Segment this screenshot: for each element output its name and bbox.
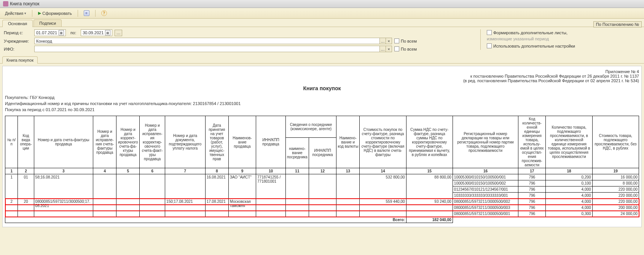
cell: 0,300 xyxy=(546,211,592,217)
actions-label: Действия xyxy=(5,11,23,16)
decree-dropdown[interactable]: По Постановлению № xyxy=(593,21,642,27)
org-all-checkbox[interactable]: По всем xyxy=(394,38,417,43)
play-icon: ▶ xyxy=(38,11,41,16)
calendar-icon[interactable]: ▦ xyxy=(105,30,110,35)
period-to-value: 30.09.2021 xyxy=(83,30,104,35)
th-19: Стоимость товара, подлежащего прослежива… xyxy=(592,116,639,168)
colnum-cell: 6 xyxy=(140,168,165,174)
cell: ЗАО "АИСТ" xyxy=(228,174,256,199)
use-extra-checkbox[interactable]: Использовать дополнительные настройки xyxy=(487,43,575,48)
colnum-cell: 15 xyxy=(406,168,453,174)
cell xyxy=(93,199,116,217)
period-from-input[interactable]: 01.07.2021 ▦ xyxy=(34,29,66,36)
cell: 16 000,00 xyxy=(592,174,639,180)
th-14: Стоимость покупок по счету-фактуре, разн… xyxy=(360,116,406,168)
report-title: Книга покупок xyxy=(5,85,639,91)
help-icon: ? xyxy=(101,10,107,16)
total-vat: 182 040,00 xyxy=(406,217,453,223)
ifo-clear-button[interactable]: × xyxy=(386,46,392,52)
report-period: Покупка за период с 01.07.2021 по 30.09.… xyxy=(5,107,639,112)
colnum-cell: 11 xyxy=(285,168,309,174)
cell: 8 000,00 xyxy=(592,180,639,186)
actions-menu[interactable]: Действия ▾ xyxy=(2,10,29,17)
purchase-book-table: № п/п Код вида опера­ции Номер и дата сч… xyxy=(5,116,639,223)
colnum-cell: 2 xyxy=(18,168,34,174)
cell: 796 xyxy=(518,174,546,180)
th-5: Номер и дата коррект­ировоч­ного счета-ф… xyxy=(116,116,140,168)
table-row[interactable]: 10158;16.08.202116.08.2021ЗАО "АИСТ"7718… xyxy=(5,174,639,180)
report-inn: Идентификационный номер и код причины по… xyxy=(5,101,639,106)
period-label: Период с: xyxy=(4,30,32,35)
cell xyxy=(93,174,116,199)
th-10: ИНН/КПП продавца xyxy=(256,116,286,168)
period-to-input[interactable]: 30.09.2021 ▦ xyxy=(81,29,112,36)
colnum-cell: 4 xyxy=(93,168,116,174)
colnum-cell: 12 xyxy=(309,168,336,174)
cell: 10005300/010150/100500/001 xyxy=(453,174,518,180)
cell: 150;17.08.2021 xyxy=(165,199,206,217)
ifo-picker-button[interactable]: … xyxy=(380,46,386,52)
cell: 559 440,00 xyxy=(360,199,406,217)
help-button[interactable]: ? xyxy=(99,9,110,17)
annex-line3: (в ред. постановления Правительства Росс… xyxy=(5,78,639,83)
cell: Московская таможня xyxy=(228,199,256,217)
cell: 01 xyxy=(18,174,34,199)
cell: 1 xyxy=(5,174,18,199)
cell: 532 800,00 xyxy=(360,174,406,199)
ifo-all-checkbox[interactable]: По всем xyxy=(394,46,417,51)
inner-tabs: Книга покупок xyxy=(0,56,644,64)
th-6: Номер и дата исправлен­ия корректир­овоч… xyxy=(140,116,165,168)
calendar-icon[interactable]: ▦ xyxy=(59,30,64,35)
th-11g: Сведения о посреднике (комиссионере, аге… xyxy=(285,116,336,138)
org-input[interactable]: Конкорд xyxy=(34,38,380,44)
separator xyxy=(78,10,78,17)
org-label: Учреждение: xyxy=(4,39,32,43)
total-label: Всего: xyxy=(5,217,406,223)
colnum-cell: 8 xyxy=(205,168,228,174)
org-clear-button[interactable]: × xyxy=(386,38,392,44)
tab-main[interactable]: Основная xyxy=(2,20,33,27)
main-tabs: Основная Подписи xyxy=(0,19,644,27)
ifo-input[interactable] xyxy=(34,46,380,52)
cell: 17.08.2021 xyxy=(205,199,228,217)
cell: 10333333/333333/3333333/001 xyxy=(453,193,518,199)
period-from-value: 01.07.2021 xyxy=(36,30,57,35)
separator xyxy=(32,10,32,17)
ifo-all-label: По всем xyxy=(401,47,417,51)
cell: 796 xyxy=(518,199,546,205)
cell: 4,000 xyxy=(546,193,592,199)
cell: 796 xyxy=(518,193,546,199)
cell: 20 xyxy=(18,199,34,217)
table-row[interactable]: 22008000851/5973211/3000500;17.08.202115… xyxy=(5,199,639,205)
report-buyer: Покупатель: ГБУ Конкорд xyxy=(5,95,639,100)
org-value: Конкорд xyxy=(36,39,52,43)
th-9: Наименов­ание продавца xyxy=(228,116,256,168)
period-picker-button[interactable]: … xyxy=(115,30,122,36)
th-8: Дата принятия на учет товаров (работ, ус… xyxy=(205,116,228,168)
settings-tool-button[interactable]: ≡ xyxy=(81,9,92,17)
report-area: Приложение № 4 к постановлению Правитель… xyxy=(2,66,642,227)
annex-line1: Приложение № 4 xyxy=(5,69,639,74)
colnum-cell: 18 xyxy=(546,168,592,174)
cell: 4,000 xyxy=(546,205,592,211)
tab-book[interactable]: Книга покупок xyxy=(2,56,38,64)
th-3: Номер и дата счета-фактуры продавца xyxy=(34,116,93,168)
org-all-label: По всем xyxy=(401,39,417,43)
cell xyxy=(116,174,140,199)
cell: 0,200 xyxy=(546,174,592,180)
filters-panel: Период с: 01.07.2021 ▦ по: 30.09.2021 ▦ … xyxy=(0,27,644,56)
cell: 220 000,00 xyxy=(592,199,639,205)
window-title: Книга покупок xyxy=(10,1,39,6)
cell: 4,000 xyxy=(546,199,592,205)
cell: 10005300/010150/100500/002 xyxy=(453,180,518,186)
form-extra-checkbox[interactable]: Формировать дополнительные листы, xyxy=(487,30,567,35)
colnum-cell: 9 xyxy=(228,168,256,174)
cell: 16.08.2021 xyxy=(205,174,228,199)
form-button[interactable]: ▶ Сформировать xyxy=(35,10,75,17)
cell: 7718741255 / 771801001 xyxy=(256,174,286,199)
colnum-cell: 7 xyxy=(165,168,206,174)
th-16: Регистрационный номер декларации на това… xyxy=(453,116,518,168)
org-picker-button[interactable]: … xyxy=(380,38,386,44)
colnum-cell: 13 xyxy=(336,168,360,174)
tab-signs[interactable]: Подписи xyxy=(33,19,62,27)
